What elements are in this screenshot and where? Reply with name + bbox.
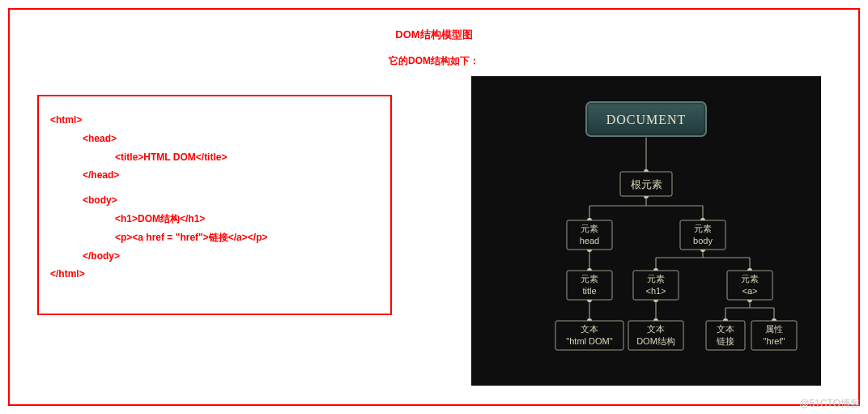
code-line: </body> <box>50 247 379 266</box>
node-a: 元素 <a> <box>727 271 772 300</box>
svg-text:<a>: <a> <box>742 286 758 296</box>
svg-text:链接: 链接 <box>716 336 734 346</box>
svg-text:文本: 文本 <box>581 324 598 334</box>
sub-title: 它的DOM结构如下： <box>10 54 858 68</box>
node-text-h1: 文本 DOM结构 <box>628 321 683 350</box>
main-title: DOM结构模型图 <box>10 28 858 42</box>
code-line: <body> <box>50 191 379 210</box>
code-sample-box: <html> <head> <title>HTML DOM</title> </… <box>37 95 392 315</box>
tree-svg: DOCUMENT 根元素 元素 head 元素 body <box>471 76 821 386</box>
svg-text:属性: 属性 <box>765 324 783 334</box>
node-attr-a: 属性 "href" <box>751 321 797 350</box>
svg-text:文本: 文本 <box>717 324 734 334</box>
node-document: DOCUMENT <box>586 102 706 136</box>
svg-text:head: head <box>580 236 599 245</box>
svg-text:title: title <box>582 286 596 296</box>
svg-text:元素: 元素 <box>741 274 759 284</box>
code-line: </head> <box>50 166 379 185</box>
node-text-title: 文本 "html DOM" <box>555 321 623 350</box>
node-body: 元素 body <box>680 220 725 250</box>
node-h1: 元素 <h1> <box>633 271 679 300</box>
code-line: <p><a href = "href">链接</a></p> <box>50 228 379 247</box>
code-line: <html> <box>50 111 379 130</box>
code-line: <head> <box>50 130 379 148</box>
node-head: 元素 head <box>567 220 612 250</box>
svg-text:元素: 元素 <box>581 274 598 284</box>
node-title: 元素 title <box>567 271 612 300</box>
outer-frame: DOM结构模型图 它的DOM结构如下： <html> <head> <title… <box>8 8 860 406</box>
svg-text:元素: 元素 <box>647 274 665 284</box>
svg-text:根元素: 根元素 <box>631 178 662 190</box>
code-line: <h1>DOM结构</h1> <box>50 210 379 228</box>
svg-text:"href": "href" <box>764 336 785 346</box>
node-text-a: 文本 链接 <box>706 321 745 350</box>
watermark: @51CTO博客 <box>799 397 860 411</box>
svg-text:元素: 元素 <box>694 224 712 233</box>
node-root-element: 根元素 <box>620 172 672 196</box>
svg-text:元素: 元素 <box>581 224 598 233</box>
code-line: <title>HTML DOM</title> <box>50 148 379 167</box>
svg-text:body: body <box>693 236 713 245</box>
svg-text:<h1>: <h1> <box>645 286 666 296</box>
svg-text:DOM结构: DOM结构 <box>636 336 675 346</box>
node-document-label: DOCUMENT <box>606 113 687 126</box>
svg-text:"html DOM": "html DOM" <box>566 336 612 346</box>
dom-tree-diagram: DOCUMENT 根元素 元素 head 元素 body <box>471 76 821 386</box>
svg-text:文本: 文本 <box>647 324 665 334</box>
code-line: </html> <box>50 265 379 284</box>
